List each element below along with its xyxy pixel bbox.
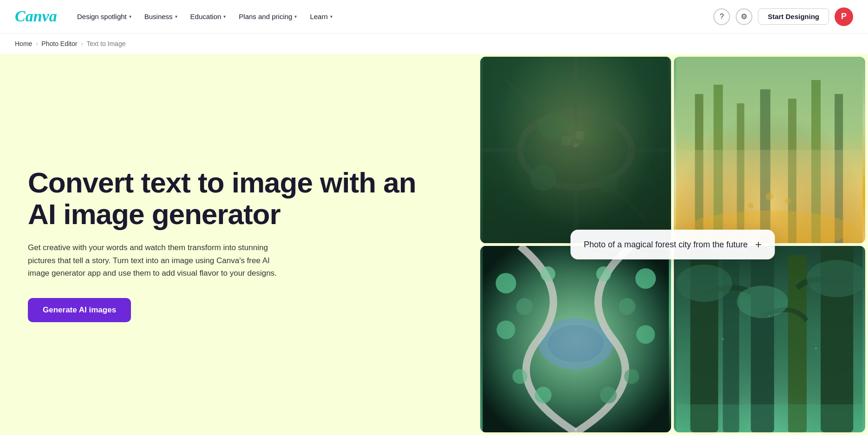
svg-point-55 [769,315,770,317]
svg-point-54 [722,338,724,340]
help-button[interactable]: ? [713,8,730,25]
prompt-add-button[interactable]: + [755,238,762,251]
svg-rect-23 [677,150,863,244]
svg-rect-21 [811,80,821,243]
help-icon: ? [720,13,724,21]
settings-button[interactable]: ⚙ [736,8,752,25]
svg-rect-18 [737,103,744,243]
svg-point-38 [596,266,611,281]
breadcrumb-separator: › [36,40,38,47]
nav-plans-pricing[interactable]: Plans and pricing ▾ [233,9,302,24]
breadcrumb-current: Text to Image [86,40,125,47]
svg-rect-19 [760,89,770,243]
svg-point-8 [530,165,556,191]
svg-point-34 [635,268,656,289]
svg-point-30 [548,325,604,362]
nav-education[interactable]: Education ▾ [185,9,232,24]
hero-section: Convert text to image with an AI image g… [0,54,477,435]
svg-rect-12 [576,131,584,139]
svg-point-26 [748,203,754,209]
svg-rect-14 [677,57,863,243]
start-designing-button[interactable]: Start Designing [758,8,829,25]
svg-point-25 [766,193,773,200]
gear-icon: ⚙ [741,12,747,21]
gallery-image-3 [480,246,672,432]
svg-point-52 [807,260,865,297]
svg-point-2 [520,113,632,187]
svg-point-51 [737,285,788,318]
nav-links: Design spotlight ▾ Business ▾ Education … [72,9,713,24]
gallery-image-4 [674,246,865,432]
breadcrumb: Home › Photo Editor › Text to Image [0,33,868,54]
svg-point-31 [496,273,516,293]
svg-point-7 [592,110,615,133]
svg-rect-22 [835,94,843,243]
chevron-down-icon: ▾ [294,14,297,19]
chevron-down-icon: ▾ [129,14,131,19]
svg-line-5 [506,80,646,220]
chevron-down-icon: ▾ [175,14,177,19]
gallery-image-2 [674,57,865,243]
nav-actions: ? ⚙ Start Designing P [713,7,853,26]
svg-point-50 [677,265,732,302]
svg-point-27 [785,198,791,205]
main-layout: Convert text to image with an AI image g… [0,54,868,435]
svg-point-39 [535,387,551,404]
nav-business[interactable]: Business ▾ [139,9,183,24]
svg-point-40 [600,387,617,404]
svg-point-9 [598,172,619,193]
svg-rect-17 [714,85,723,243]
svg-point-32 [516,298,533,315]
svg-rect-15 [677,57,863,243]
nav-design-spotlight[interactable]: Design spotlight ▾ [72,9,137,24]
svg-point-10 [569,133,583,147]
svg-point-29 [539,318,613,369]
svg-rect-53 [677,404,863,432]
svg-rect-1 [483,57,669,243]
canva-logo[interactable]: Canva [15,7,57,26]
gallery-image-1 [480,57,672,243]
svg-rect-46 [751,246,774,432]
svg-point-56 [815,348,817,350]
svg-point-41 [512,369,527,384]
prompt-text: Photo of a magical forest city from the … [584,240,748,250]
svg-rect-28 [483,246,669,432]
breadcrumb-photo-editor[interactable]: Photo Editor [41,40,77,47]
svg-point-33 [496,320,515,339]
svg-point-35 [619,298,635,315]
hero-title: Convert text to image with an AI image g… [28,167,450,230]
image-gallery: Photo of a magical forest city from the … [477,54,868,435]
svg-point-6 [539,113,567,140]
chevron-down-icon: ▾ [223,14,226,19]
svg-point-36 [636,325,655,344]
user-avatar-button[interactable]: P [835,7,853,26]
svg-point-37 [541,266,555,281]
svg-rect-16 [695,94,704,243]
svg-text:Canva: Canva [15,7,57,24]
breadcrumb-separator: › [81,40,83,47]
nav-learn[interactable]: Learn ▾ [304,9,338,24]
hero-subtitle: Get creative with your words and watch t… [28,241,288,279]
svg-point-13 [574,143,578,147]
navbar: Canva Design spotlight ▾ Business ▾ Educ… [0,0,868,33]
chevron-down-icon: ▾ [330,14,333,19]
generate-ai-images-button[interactable]: Generate AI images [28,298,131,322]
breadcrumb-home[interactable]: Home [15,40,32,47]
svg-point-42 [624,369,639,384]
svg-rect-20 [788,99,796,243]
svg-rect-11 [562,136,571,145]
prompt-overlay: Photo of a magical forest city from the … [571,230,775,259]
